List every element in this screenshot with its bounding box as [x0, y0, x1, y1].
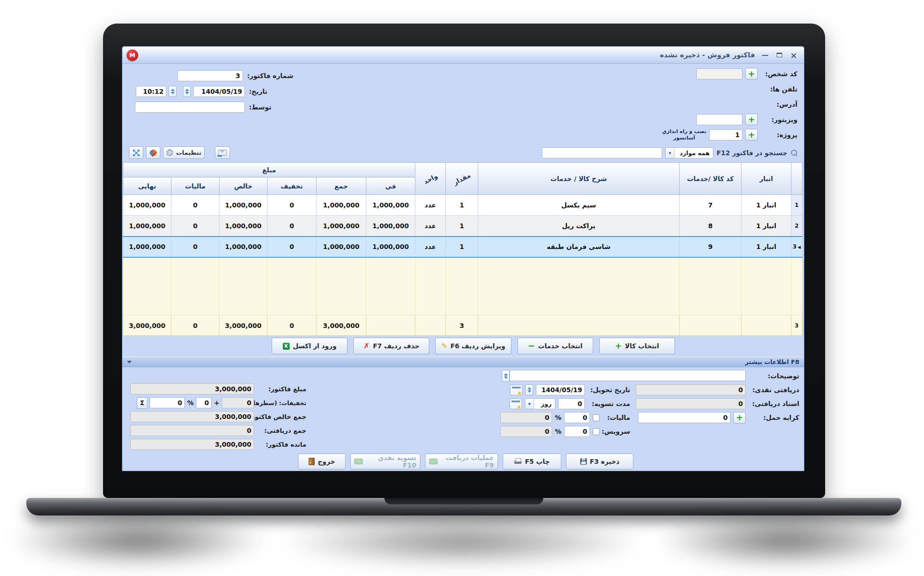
tax-checkbox[interactable] — [593, 414, 600, 421]
tax-pct-input[interactable] — [564, 412, 590, 423]
table-row[interactable]: 2 انبار 1 8 براکت ریل 1 عدد 1,000,000 1,… — [123, 216, 802, 236]
service-checkbox[interactable] — [593, 428, 600, 435]
sms-button[interactable] — [215, 146, 230, 159]
search-input[interactable] — [542, 147, 662, 158]
settlement-input[interactable] — [558, 398, 585, 409]
invoice-amount-input[interactable] — [130, 383, 254, 394]
cell-tax[interactable]: 0 — [171, 236, 219, 257]
cash-received-input[interactable] — [636, 384, 746, 395]
col-header-net[interactable]: خالص — [219, 177, 267, 195]
delivery-date-stepper[interactable] — [525, 384, 533, 395]
cell-sum[interactable]: 1,000,000 — [316, 236, 366, 257]
cell-discount[interactable]: 0 — [267, 216, 316, 236]
col-header-final[interactable]: نهایی — [123, 177, 171, 195]
cell-description[interactable]: سیم بکسل — [478, 195, 680, 216]
cell-discount[interactable]: 0 — [267, 195, 316, 216]
cell-code[interactable]: 7 — [680, 195, 742, 216]
visitor-input[interactable] — [696, 114, 742, 125]
freight-input[interactable] — [638, 412, 730, 423]
balance-input[interactable] — [130, 439, 254, 450]
discount-rows-input[interactable] — [222, 397, 254, 408]
date-input[interactable] — [193, 86, 245, 97]
cell-description[interactable]: براکت ریل — [478, 216, 680, 236]
col-header-code[interactable]: کد کالا /خدمات — [680, 163, 742, 195]
cell-tax[interactable]: 0 — [171, 195, 219, 216]
time-stepper[interactable] — [169, 86, 176, 97]
net-total-input[interactable] — [130, 411, 254, 422]
cell-qty[interactable]: 1 — [446, 216, 478, 236]
col-header-unit[interactable]: واحد — [415, 163, 446, 195]
col-header-description[interactable]: شرح کالا / خدمات — [478, 163, 680, 195]
table-row[interactable]: 1 انبار 1 7 سیم بکسل 1 عدد 1,000,000 1,0… — [123, 195, 802, 216]
service-pct-input[interactable] — [564, 426, 590, 437]
cell-qty[interactable]: 1 — [446, 195, 478, 216]
cell-sum[interactable]: 1,000,000 — [316, 195, 366, 216]
col-header-tax[interactable]: مالیات — [171, 177, 219, 195]
by-input[interactable] — [135, 102, 245, 113]
project-input[interactable] — [709, 129, 742, 140]
cell-tax[interactable]: 0 — [171, 216, 219, 236]
table-row-selected[interactable]: ◀3 انبار 1 9 شاسي فرمان طبقه 1 عدد 1,000… — [123, 236, 802, 257]
sigma-button[interactable]: Σ — [137, 397, 147, 409]
cell-fee[interactable]: 1,000,000 — [366, 195, 415, 216]
more-info-bar[interactable]: F8 اطلاعات بیشتر — [122, 357, 804, 367]
cell-code[interactable]: 9 — [680, 236, 742, 257]
received-total-input[interactable] — [130, 425, 254, 436]
col-header-discount[interactable]: تخفیف — [267, 177, 316, 195]
cell-final[interactable]: 1,000,000 — [123, 236, 171, 257]
receive-operations-button[interactable]: عملیات دریافت F9 — [425, 454, 498, 469]
cell-final[interactable]: 1,000,000 — [123, 216, 171, 236]
discount-pct-input[interactable] — [150, 397, 185, 408]
received-docs-input[interactable] — [636, 398, 746, 409]
cash-settlement-button[interactable]: تسویه نقدي F10 — [350, 454, 420, 469]
save-button[interactable]: ذخیره F3 — [566, 454, 633, 469]
cell-fee[interactable]: 1,000,000 — [366, 236, 415, 257]
cell-final[interactable]: 1,000,000 — [123, 195, 171, 216]
discount-fixed-input[interactable] — [196, 397, 212, 408]
invoice-number-input[interactable] — [177, 70, 243, 81]
select-goods-button[interactable]: انتخاب کالا + — [599, 338, 675, 354]
col-header-qty[interactable]: مقدار — [446, 163, 478, 195]
theme-button[interactable] — [146, 146, 160, 159]
add-visitor-button[interactable]: + — [745, 114, 758, 125]
search-filter-dropdown[interactable]: همه موارد ▾ — [665, 147, 713, 158]
cell-net[interactable]: 1,000,000 — [219, 195, 267, 216]
maximize-button[interactable] — [773, 50, 785, 60]
settlement-unit-dropdown[interactable]: روز ▾ — [525, 398, 555, 409]
select-services-button[interactable]: انتخاب خدمات − — [517, 338, 593, 354]
cell-unit[interactable]: عدد — [415, 195, 446, 216]
col-header-sum[interactable]: جمع — [316, 177, 366, 195]
service-amount-input[interactable] — [500, 426, 552, 437]
cell-sum[interactable]: 1,000,000 — [316, 216, 366, 236]
person-code-input[interactable] — [696, 68, 742, 79]
add-project-button[interactable]: + — [745, 129, 758, 140]
col-header-warehouse[interactable]: انبار — [742, 163, 791, 195]
import-excel-button[interactable]: ورود از اکسل X — [272, 338, 347, 354]
calendar-icon[interactable] — [510, 385, 523, 395]
cell-qty[interactable]: 1 — [446, 236, 478, 257]
edit-row-button[interactable]: ویرایش ردیف F6 ✎ — [435, 338, 511, 354]
time-input[interactable] — [136, 86, 166, 97]
cell-net[interactable]: 1,000,000 — [219, 236, 267, 257]
delivery-date-input[interactable] — [536, 384, 585, 395]
print-button[interactable]: چاپ F5 — [503, 454, 561, 469]
cell-code[interactable]: 8 — [680, 216, 742, 236]
cell-description[interactable]: شاسي فرمان طبقه — [478, 236, 680, 257]
expand-button[interactable] — [129, 146, 143, 159]
settings-button[interactable]: تنظیمات — [163, 146, 205, 159]
notes-stepper[interactable] — [502, 370, 510, 382]
add-freight-button[interactable]: + — [733, 412, 746, 424]
cell-warehouse[interactable]: انبار 1 — [742, 195, 791, 216]
cell-unit[interactable]: عدد — [415, 236, 446, 257]
cell-net[interactable]: 1,000,000 — [219, 216, 267, 236]
delete-row-button[interactable]: حذف ردیف F7 ✗ — [353, 338, 429, 354]
col-header-fee[interactable]: في — [366, 177, 415, 195]
tax-amount-input[interactable] — [500, 412, 552, 423]
exit-button[interactable]: خروج — [298, 454, 346, 469]
notes-input[interactable] — [510, 370, 746, 381]
cell-warehouse[interactable]: انبار 1 — [742, 216, 791, 236]
cell-discount[interactable]: 0 — [267, 236, 316, 257]
add-person-button[interactable]: + — [745, 68, 758, 79]
calendar-icon[interactable] — [510, 399, 522, 409]
minimize-button[interactable]: — — [759, 50, 771, 60]
